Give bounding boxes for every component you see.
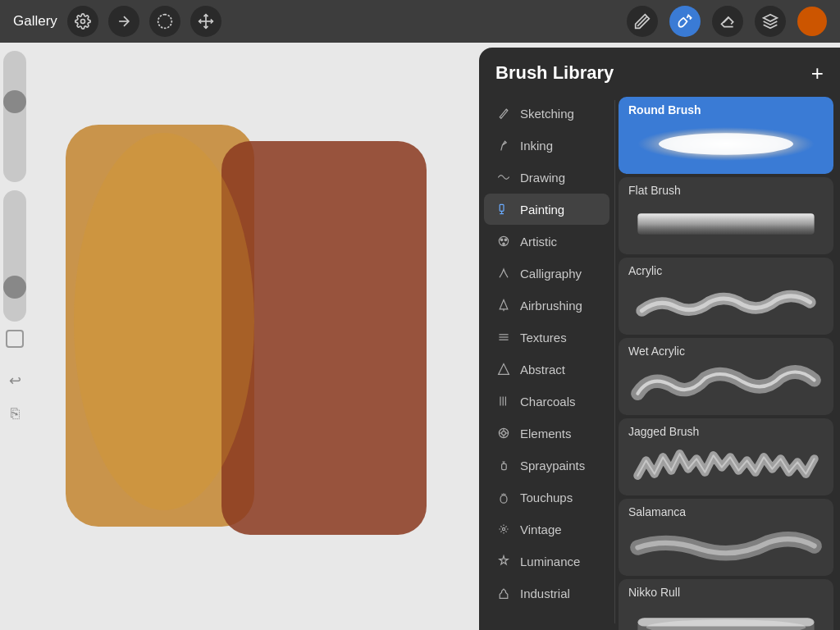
brush-item-round-brush[interactable]: Round Brush	[619, 97, 833, 174]
adjust-button[interactable]	[108, 6, 139, 37]
brush-preview-wet-acrylic	[625, 361, 827, 409]
sidebar-item-artistic[interactable]: Artistic	[484, 226, 609, 257]
brush-panel-title: Brush Library	[495, 62, 614, 84]
brush-item-acrylic[interactable]: Acrylic	[619, 258, 833, 335]
industrial-icon	[495, 585, 512, 601]
svg-point-9	[74, 133, 254, 510]
touchups-label: Touchups	[520, 491, 573, 504]
brush-name-flat-brush: Flat Brush	[619, 177, 833, 200]
sidebar-item-textures[interactable]: Textures	[484, 322, 609, 353]
eraser-icon	[719, 13, 736, 30]
svg-point-15	[500, 239, 502, 240]
sidebar-item-drawing[interactable]: Drawing	[484, 162, 609, 193]
layers-button[interactable]	[755, 6, 786, 37]
brush-preview-nikko-rull	[625, 602, 827, 630]
inking-icon	[495, 137, 512, 153]
transform-button[interactable]	[190, 6, 221, 37]
pencil-icon	[634, 13, 651, 30]
size-thumb[interactable]	[3, 276, 26, 299]
textures-label: Textures	[520, 331, 567, 345]
opacity-thumb[interactable]	[3, 90, 26, 113]
svg-point-35	[502, 527, 504, 530]
artistic-icon	[495, 233, 512, 249]
brush-preview-jagged-brush	[625, 441, 827, 489]
sidebar-item-calligraphy[interactable]: Calligraphy	[484, 258, 609, 289]
settings-button[interactable]	[67, 6, 98, 37]
svg-line-10	[506, 109, 508, 111]
svg-line-43	[500, 531, 501, 532]
transform-icon	[198, 13, 214, 30]
gallery-button[interactable]: Gallery	[13, 13, 57, 30]
airbrushing-label: Airbrushing	[520, 299, 582, 313]
sidebar-item-touchups[interactable]: Touchups	[484, 482, 609, 513]
panel-pointer	[651, 48, 668, 48]
sidebar-item-charcoals[interactable]: Charcoals	[484, 386, 609, 417]
brush-name-salamanca: Salamanca	[619, 499, 833, 522]
brush-panel-header: Brush Library +	[479, 48, 840, 94]
undo-button[interactable]: ↩	[3, 369, 26, 392]
abstract-icon	[495, 361, 512, 377]
drawing-icon	[495, 169, 512, 185]
svg-marker-18	[500, 300, 508, 309]
painting-label: Painting	[520, 203, 564, 217]
brush-item-wet-acrylic[interactable]: Wet Acrylic	[619, 338, 833, 415]
svg-marker-6	[764, 15, 778, 21]
clip-button[interactable]: ⎘	[3, 402, 26, 425]
brush-preview-flat-brush	[625, 200, 827, 248]
brush-item-nikko-rull[interactable]: Nikko Rull	[619, 579, 833, 630]
sidebar-item-vintage[interactable]: Vintage	[484, 514, 609, 545]
avatar[interactable]	[797, 7, 827, 36]
sidebar-item-inking[interactable]: Inking	[484, 130, 609, 161]
svg-rect-46	[637, 213, 814, 235]
spraypaints-icon	[495, 457, 512, 473]
svg-point-28	[502, 431, 506, 436]
sidebar-item-spraypaints[interactable]: Spraypaints	[484, 450, 609, 481]
brush-item-jagged-brush[interactable]: Jagged Brush	[619, 418, 833, 495]
svg-line-5	[724, 17, 729, 23]
top-bar-left: Gallery	[13, 6, 221, 37]
calligraphy-label: Calligraphy	[520, 267, 582, 281]
sidebar-item-sketching[interactable]: Sketching	[484, 98, 609, 129]
brush-list: Round Brush	[615, 94, 840, 630]
vintage-icon	[495, 521, 512, 537]
brush-name-wet-acrylic: Wet Acrylic	[619, 338, 833, 361]
svg-point-34	[500, 495, 507, 504]
textures-icon	[495, 329, 512, 345]
size-slider[interactable]	[3, 190, 26, 322]
brush-icon	[677, 13, 693, 30]
category-list: Sketching Inking Drawing Painting	[479, 94, 614, 630]
sidebar-item-airbrushing[interactable]: Airbrushing	[484, 290, 609, 321]
elements-label: Elements	[520, 427, 572, 441]
calligraphy-icon	[495, 265, 512, 281]
sidebar-item-luminance[interactable]: Luminance	[484, 546, 609, 577]
brush-preview-acrylic	[625, 281, 827, 328]
color-square[interactable]	[6, 330, 24, 348]
brush-button[interactable]	[669, 6, 701, 37]
brush-item-salamanca[interactable]: Salamanca	[619, 499, 833, 576]
settings-icon	[75, 13, 91, 30]
selection-button[interactable]	[149, 6, 180, 37]
svg-rect-33	[502, 463, 507, 469]
brush-panel: Brush Library + Sketching Inking	[479, 48, 840, 630]
sketching-icon	[495, 105, 512, 121]
charcoals-icon	[495, 393, 512, 409]
brush-item-flat-brush[interactable]: Flat Brush	[619, 177, 833, 254]
sidebar-item-elements[interactable]: Elements	[484, 418, 609, 449]
sidebar-item-industrial[interactable]: Industrial	[484, 578, 609, 609]
vintage-label: Vintage	[520, 523, 562, 536]
airbrushing-icon	[495, 297, 512, 313]
sidebar-item-painting[interactable]: Painting	[484, 194, 609, 225]
add-brush-button[interactable]: +	[811, 62, 824, 84]
inking-label: Inking	[520, 139, 553, 153]
svg-point-45	[659, 133, 793, 155]
selection-icon	[157, 13, 173, 30]
pencil-button[interactable]	[627, 6, 658, 37]
brush-panel-body: Sketching Inking Drawing Painting	[479, 94, 840, 630]
svg-point-0	[80, 20, 84, 24]
luminance-label: Luminance	[520, 555, 580, 568]
eraser-button[interactable]	[712, 6, 743, 37]
sidebar-item-abstract[interactable]: Abstract	[484, 354, 609, 385]
svg-marker-23	[499, 364, 509, 375]
opacity-slider[interactable]	[3, 51, 26, 182]
svg-point-17	[503, 243, 504, 244]
